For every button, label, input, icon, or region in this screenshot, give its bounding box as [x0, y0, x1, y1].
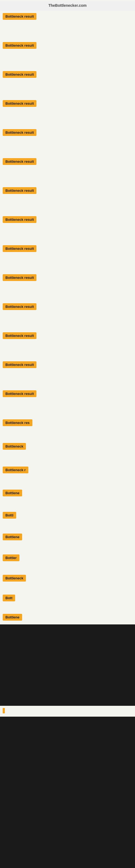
- spacer: [0, 285, 135, 301]
- bottleneck-badge: Bottlene: [3, 614, 22, 621]
- spacer: [0, 544, 135, 552]
- list-item: Bottleneck r: [0, 464, 135, 476]
- spacer: [0, 605, 135, 612]
- list-item: Bottleneck result: [0, 272, 135, 284]
- bottleneck-badge: Bottleneck result: [3, 13, 37, 20]
- spacer: [0, 111, 135, 127]
- bottleneck-badge: Bottleneck: [3, 443, 26, 450]
- bottleneck-badge: Bottleneck result: [3, 216, 37, 223]
- bottleneck-badge: Bottlene: [3, 490, 22, 496]
- bottleneck-badge: Bottler: [3, 554, 19, 561]
- list-item: Bottleneck result: [0, 69, 135, 81]
- bottleneck-badge: Bottleneck result: [3, 42, 37, 49]
- list-item: Bottleneck result: [0, 156, 135, 168]
- bottleneck-badge: Bottleneck res: [3, 420, 32, 426]
- bottleneck-badge: Bottleneck result: [3, 245, 37, 252]
- list-item: Bottleneck result: [0, 330, 135, 342]
- list-item: Bottleneck: [0, 572, 135, 585]
- bottleneck-badge: Bottleneck result: [3, 129, 37, 136]
- bottleneck-badge: Bott: [3, 595, 15, 601]
- list-item: Bottleneck result: [0, 185, 135, 197]
- spacer: [0, 522, 135, 531]
- list-item: Bottl: [0, 510, 135, 522]
- spacer: [0, 53, 135, 69]
- bottleneck-badge: Bottlene: [3, 533, 22, 540]
- spacer: [0, 198, 135, 214]
- spacer: [0, 24, 135, 40]
- bottleneck-badge: Bottleneck result: [3, 187, 37, 194]
- bottleneck-badge: Bottleneck result: [3, 100, 37, 107]
- spacer: [0, 454, 135, 464]
- spacer: [0, 401, 135, 417]
- spacer: [0, 169, 135, 185]
- bottleneck-badge-tiny: [3, 708, 5, 713]
- list-item: Bottleneck: [0, 441, 135, 453]
- list-item-tiny: [0, 706, 135, 717]
- bottleneck-badge: Bottleneck result: [3, 274, 37, 281]
- list-item: Bottleneck result: [0, 40, 135, 52]
- spacer: [0, 140, 135, 156]
- spacer: [0, 82, 135, 98]
- page-container: TheBottlenecker.com Bottleneck result Bo…: [0, 0, 135, 868]
- bottleneck-badge: Bottleneck result: [3, 390, 37, 397]
- bottleneck-badge: Bottleneck result: [3, 303, 37, 310]
- list-item: Bottleneck result: [0, 388, 135, 400]
- bottleneck-badge: Bottleneck result: [3, 332, 37, 339]
- list-item: Bottleneck result: [0, 301, 135, 313]
- list-item: Bott: [0, 592, 135, 604]
- spacer: [0, 227, 135, 243]
- bottleneck-badge: Bottleneck: [3, 575, 26, 582]
- site-title: TheBottlenecker.com: [48, 3, 87, 8]
- spacer: [0, 314, 135, 330]
- site-header: TheBottlenecker.com: [0, 1, 135, 11]
- bottleneck-badge: Bottleneck result: [3, 71, 37, 78]
- list-item: Bottlene: [0, 488, 135, 500]
- bottleneck-badge: Bottleneck result: [3, 158, 37, 165]
- spacer: [0, 372, 135, 388]
- bottleneck-badge: Bottl: [3, 512, 16, 519]
- dark-section-bottom: [0, 717, 135, 868]
- spacer: [0, 500, 135, 510]
- list-item: Bottleneck result: [0, 127, 135, 139]
- list-item: Bottler: [0, 552, 135, 564]
- spacer: [0, 256, 135, 272]
- spacer: [0, 343, 135, 359]
- list-item: Bottleneck result: [0, 98, 135, 110]
- list-item: Bottleneck result: [0, 359, 135, 371]
- list-item: Bottlene: [0, 531, 135, 544]
- spacer: [0, 585, 135, 592]
- list-item: Bottleneck result: [0, 11, 135, 23]
- list-item: Bottleneck res: [0, 417, 135, 429]
- bottleneck-badge: Bottleneck r: [3, 467, 28, 473]
- dark-section: [0, 624, 135, 706]
- spacer: [0, 430, 135, 441]
- spacer: [0, 565, 135, 572]
- bottleneck-badge: Bottleneck result: [3, 361, 37, 368]
- list-item: Bottleneck result: [0, 243, 135, 255]
- list-item: Bottleneck result: [0, 214, 135, 226]
- spacer: [0, 477, 135, 488]
- list-item: Bottlene: [0, 612, 135, 624]
